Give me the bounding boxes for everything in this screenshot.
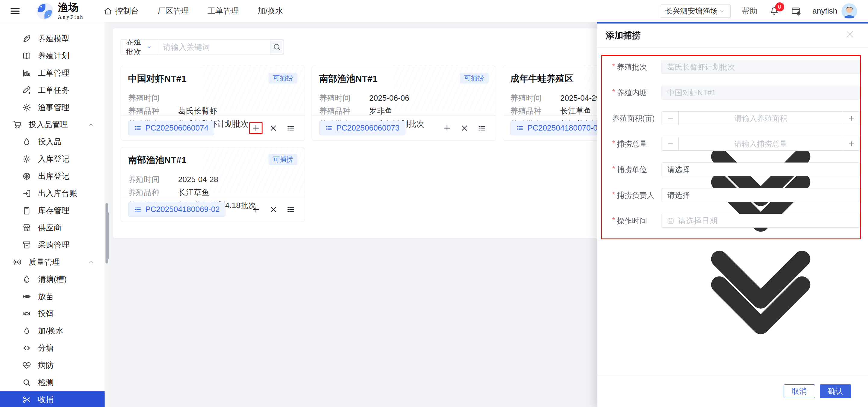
drawer-close-button[interactable] [845,30,857,41]
nav-item-factory[interactable]: 厂区管理 [158,6,189,16]
sidebar-item-ledger[interactable]: 出入库台账 [0,185,108,202]
close-icon [269,124,278,133]
plus-button[interactable] [843,137,860,151]
sidebar-item-harvest[interactable]: 收捕 [0,391,108,407]
farm-selector-value: 长兴泗安塘渔场 [665,6,718,16]
field-label: 养殖时间 [510,92,560,105]
app-logo: 渔场 AnyFish [36,2,84,20]
avatar [841,3,857,19]
signal-icon [13,257,22,267]
search-button[interactable] [270,39,284,55]
minus-button[interactable] [662,137,679,151]
sidebar-item-purchasing[interactable]: 采购管理 [0,237,108,254]
fish-logo-icon [36,2,54,20]
search-input[interactable] [157,39,270,55]
sidebar-item-fishery-mgmt[interactable]: 渔事管理 [0,99,108,116]
sidebar-item-split-pond[interactable]: 分塘 [0,340,108,357]
nav-item-workorder[interactable]: 工单管理 [208,6,239,16]
chevron-up-icon [87,121,95,128]
total-stepper [661,137,860,151]
workbench-settings-button[interactable] [791,6,801,16]
field-label: 捕捞单位 [617,165,647,175]
content-scrollbar-thumb[interactable] [106,212,109,259]
confirm-button[interactable]: 确认 [820,384,851,398]
pond-select[interactable]: 中国对虾NT#1 [661,86,860,99]
pond-card: 南部渔池NT#1 可捕捞 养殖时间2025-04-28 养殖品种长江草鱼 养殖批… [121,147,305,222]
date-picker[interactable]: 请选择日期 [661,214,860,228]
detail-list-button[interactable] [284,122,298,134]
field-label: 养殖批次 [617,62,647,72]
add-harvest-button[interactable] [440,122,454,134]
batch-code-tag[interactable]: PC202506060074 [128,121,214,135]
area-input[interactable] [679,112,843,125]
form-row-batch: *养殖批次 葛氏长臂虾计划批次 [612,60,860,74]
sidebar-item-workorder-task[interactable]: 工单任务 [0,82,108,99]
sidebar-item-workorder-mgmt[interactable]: 工单管理 [0,64,108,82]
unit-select[interactable]: 请选择 [661,162,860,176]
list-icon [134,206,142,214]
book-icon [22,51,31,61]
minus-button[interactable] [662,112,679,125]
plus-button[interactable] [843,112,860,125]
sidebar-item-stocking[interactable]: 放苗 [0,288,108,305]
sidebar-item-add-water[interactable]: 加/换水 [0,322,108,340]
sidebar-item-supplier[interactable]: 供应商 [0,219,108,237]
user-menu[interactable]: anyfish [812,3,857,19]
notification-bell[interactable]: 0 [769,6,779,16]
sidebar-item-disease[interactable]: 病防 [0,357,108,374]
sidebar-item-breeding-model[interactable]: 养殖模型 [0,30,108,47]
required-mark: * [612,88,615,98]
sidebar-item-inbound[interactable]: 入库登记 [0,151,108,168]
gear2-icon [22,154,31,164]
hamburger-menu-icon[interactable] [9,5,21,17]
add-harvest-button[interactable] [249,122,262,134]
field-value: 2025-04-29 [560,92,600,105]
required-mark: * [612,62,615,72]
search-filter-select[interactable]: 养殖批次 [121,39,157,55]
clipboard-icon [22,206,31,215]
manager-select[interactable]: 请选择 [661,188,860,202]
farm-selector[interactable]: 长兴泗安塘渔场 [660,4,731,18]
sidebar-item-inspection[interactable]: 检测 [0,374,108,391]
batch-select[interactable]: 葛氏长臂虾计划批次 [661,60,860,74]
sidebar-item-pond-clean[interactable]: 清塘(槽) [0,271,108,288]
remove-button[interactable] [267,204,280,216]
sidebar-group-quality[interactable]: 质量管理 [0,254,108,271]
form-row-unit: *捕捞单位 请选择 [612,162,860,176]
remove-button[interactable] [267,122,280,134]
help-link[interactable]: 帮助 [742,6,758,16]
close-icon [460,124,469,133]
sidebar-item-breeding-plan[interactable]: 养殖计划 [0,47,108,64]
nav-item-water[interactable]: 加/换水 [258,6,283,16]
sidebar-group-input-goods[interactable]: 投入品管理 [0,116,108,133]
bar-chart-icon [22,68,31,78]
fish-icon [22,292,31,301]
total-input[interactable] [679,137,843,151]
sidebar-item-feeding[interactable]: 投饵 [0,305,108,322]
add-harvest-button[interactable] [249,204,262,216]
nav-item-console[interactable]: 控制台 [103,6,139,16]
date-placeholder: 请选择日期 [678,216,717,226]
cancel-button[interactable]: 取消 [784,384,815,398]
batch-code-tag[interactable]: PC202504180069-02 [128,202,225,217]
batch-code: PC202504180069-02 [145,205,220,214]
sidebar-item-outbound[interactable]: 出库登记 [0,168,108,185]
batch-code-tag[interactable]: PC202504180070-01 [510,121,608,135]
remove-button[interactable] [458,122,471,134]
detail-list-button[interactable] [475,122,489,134]
field-label: 养殖时间 [128,173,178,186]
batch-code: PC202504180070-01 [527,123,602,133]
egg-icon [22,326,31,336]
sidebar-item-inventory[interactable]: 库存管理 [0,202,108,219]
plus-icon [848,140,855,148]
pond-card-title: 南部渔池NT#1 [319,73,377,85]
detail-list-button[interactable] [284,204,298,216]
status-badge: 可捕捞 [460,73,489,84]
batch-code-tag[interactable]: PC202506060073 [319,121,405,135]
required-mark: * [612,165,615,175]
shop-icon [22,223,31,232]
leaf-icon [22,34,31,43]
required-mark: * [612,216,615,226]
sidebar-item-input-goods[interactable]: 投入品 [0,133,108,151]
close-icon [845,30,855,39]
